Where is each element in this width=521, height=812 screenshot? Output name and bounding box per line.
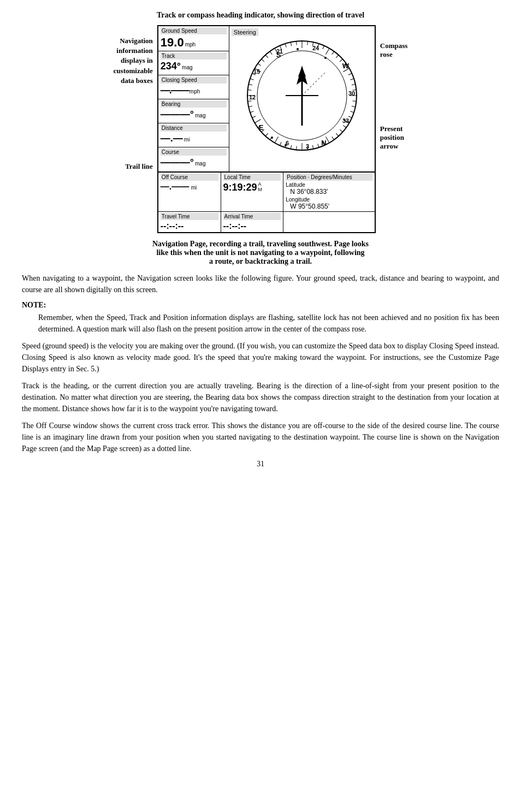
ground-speed-box: Ground Speed 19.0 mph xyxy=(158,26,229,51)
svg-text:15: 15 xyxy=(253,68,260,75)
diagram-caption: Navigation Page, recording a trail, trav… xyxy=(44,240,477,266)
course-value: ———° xyxy=(161,157,194,168)
svg-text:3: 3 xyxy=(306,143,309,150)
svg-point-76 xyxy=(285,144,287,146)
course-unit: mag xyxy=(195,161,205,167)
svg-text:33: 33 xyxy=(342,117,349,124)
arrival-time-value: --:--:-- xyxy=(223,221,247,230)
compass-rose-svg: 21 24 W 30 33 N 3 6 E xyxy=(245,38,359,153)
trail-line-label: Trail line xyxy=(125,162,153,171)
distance-box: Distance —.— mi xyxy=(158,123,229,147)
position-box: Position · Degrees/Minutes Latitude N 36… xyxy=(283,173,375,211)
bearing-label: Bearing xyxy=(161,100,227,108)
svg-point-74 xyxy=(297,48,299,50)
longitude-label: Longitude xyxy=(286,197,372,203)
ground-speed-label: Ground Speed xyxy=(161,27,227,34)
track-unit: mag xyxy=(182,64,192,70)
off-course-unit: mi xyxy=(191,185,197,191)
note-body: Remember, when the Speed, Track and Posi… xyxy=(38,312,499,335)
device-screen: Ground Speed 19.0 mph Track 234° mag Clo… xyxy=(157,25,376,233)
closing-speed-value: —.—— xyxy=(161,85,188,96)
course-label: Course xyxy=(161,149,227,156)
off-course-value: —.—— xyxy=(161,182,189,191)
latitude-label: Latitude xyxy=(286,182,372,188)
position-spacer xyxy=(283,212,375,232)
present-position-label: Presentpositionarrow xyxy=(380,125,408,151)
track-box: Track 234° mag xyxy=(158,51,229,75)
page-number: 31 xyxy=(22,460,499,469)
compass-rose-label: Compassrose xyxy=(380,42,408,59)
closing-speed-box: Closing Speed —.—— mph xyxy=(158,75,229,99)
svg-text:N: N xyxy=(321,139,326,147)
svg-text:E: E xyxy=(258,123,263,132)
off-course-label: Off Course xyxy=(161,174,218,181)
off-course-box: Off Course —.—— mi xyxy=(158,173,221,211)
travel-time-value: --:--:-- xyxy=(161,221,184,230)
paragraph-1: When navigating to a waypoint, the Navig… xyxy=(22,272,499,295)
course-box: Course ———° mag xyxy=(158,147,229,171)
svg-point-77 xyxy=(271,137,273,139)
track-label: Track xyxy=(161,52,227,60)
bearing-box: Bearing ———° mag xyxy=(158,99,229,123)
svg-text:12: 12 xyxy=(249,94,256,100)
latitude-value: N 36°08.833' xyxy=(290,188,372,195)
svg-text:30: 30 xyxy=(348,90,355,97)
paragraph-4: Track is the heading, or the current dir… xyxy=(22,380,499,414)
track-value: 234° xyxy=(161,61,181,72)
svg-text:S: S xyxy=(276,51,281,59)
am-pm-indicator: AM xyxy=(258,182,263,193)
local-time-box: Local Time 9:19:29 AM xyxy=(221,173,284,211)
svg-text:24: 24 xyxy=(312,45,319,51)
closing-speed-unit: mph xyxy=(190,88,200,94)
svg-text:W: W xyxy=(342,62,350,70)
svg-point-75 xyxy=(324,57,327,59)
longitude-value: W 95°50.855' xyxy=(290,203,372,210)
ground-speed-unit: mph xyxy=(185,42,196,48)
paragraph-5: The Off Course window shows the current … xyxy=(22,420,499,454)
ground-speed-value: 19.0 xyxy=(161,35,184,50)
arrival-time-box: Arrival Time --:--:-- xyxy=(221,212,284,232)
travel-time-box: Travel Time --:--:-- xyxy=(158,212,221,232)
local-time-label: Local Time xyxy=(223,174,281,181)
distance-label: Distance xyxy=(161,125,227,132)
travel-time-label: Travel Time xyxy=(161,213,218,220)
bearing-unit: mag xyxy=(195,112,205,118)
distance-value: —.— xyxy=(161,133,183,144)
bearing-value: ———° xyxy=(161,109,194,120)
closing-speed-label: Closing Speed xyxy=(161,76,227,84)
steering-label: Steering xyxy=(232,28,258,36)
arrival-time-label: Arrival Time xyxy=(223,213,281,220)
position-label: Position · Degrees/Minutes xyxy=(286,174,372,181)
page-header: Track or compass heading indicator, show… xyxy=(22,11,499,20)
nav-info-label: Navigationinformationdisplays incustomiz… xyxy=(114,36,153,86)
distance-unit: mi xyxy=(184,137,190,143)
note-heading: NOTE: xyxy=(22,301,499,310)
local-time-value: 9:19:29 xyxy=(223,182,257,193)
paragraph-3: Speed (ground speed) is the velocity you… xyxy=(22,340,499,375)
